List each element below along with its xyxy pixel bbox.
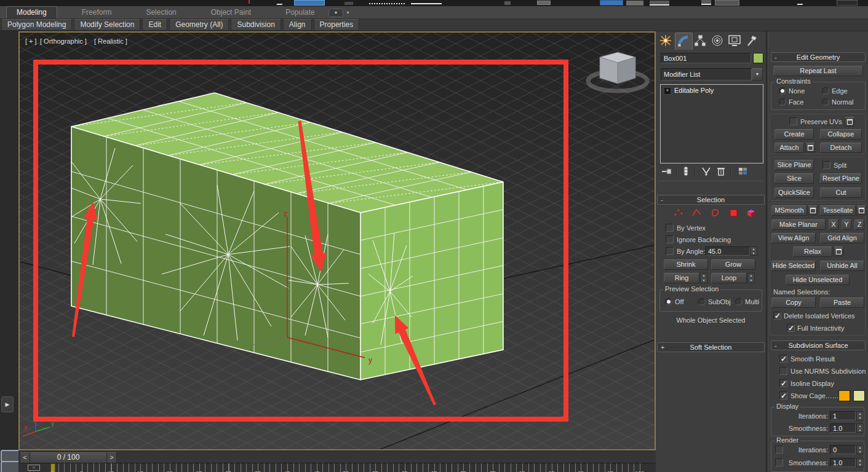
render-smoothness-spinner[interactable]: ▲▼	[856, 458, 864, 467]
ignore-backfacing-checkbox[interactable]	[666, 235, 674, 243]
ribbon-minimize-button[interactable]: ▼	[328, 9, 343, 17]
ribbon-tab[interactable]: Object Paint	[201, 7, 261, 18]
show-end-result-icon[interactable]	[682, 166, 690, 176]
make-planar-button[interactable]: Make Planar	[771, 219, 826, 230]
by-angle-field[interactable]: 45.0	[705, 246, 750, 256]
display-iterations-spinner[interactable]: ▲▼	[856, 411, 864, 420]
object-color-swatch[interactable]	[753, 53, 763, 63]
selection-rollout-header[interactable]: -Selection	[657, 195, 765, 205]
edge-mode-icon[interactable]	[691, 208, 703, 218]
previous-frame-button[interactable]: <	[20, 452, 30, 463]
smooth-result-checkbox[interactable]	[779, 355, 787, 363]
paste-button[interactable]: Paste	[820, 297, 864, 308]
tab-display[interactable]	[727, 33, 743, 49]
make-planar-x-button[interactable]: X	[829, 219, 838, 230]
grid-align-button[interactable]: Grid Align	[820, 233, 864, 243]
configure-modifier-sets-icon[interactable]	[738, 166, 749, 176]
make-unique-icon[interactable]	[701, 166, 712, 176]
time-slider-thumb[interactable]: 0 / 100	[30, 452, 107, 463]
preview-subobj-radio[interactable]	[698, 298, 706, 305]
edit-geometry-rollout-header[interactable]: -Edit Geometry	[771, 52, 866, 62]
hide-unselected-button[interactable]: Hide Unselected	[786, 275, 850, 285]
make-planar-z-button[interactable]: Z	[854, 219, 864, 230]
ribbon-tab[interactable]: Freeform	[72, 7, 122, 18]
ribbon-tab[interactable]: Selection	[136, 7, 186, 18]
constraint-edge-radio[interactable]	[822, 87, 829, 95]
viewport-pov-menu[interactable]: [ Orthographic ]	[40, 37, 87, 45]
ribbon-panel-button[interactable]: Properties	[314, 19, 360, 31]
relax-settings-button[interactable]	[834, 246, 843, 256]
msmooth-button[interactable]: MSmooth	[771, 205, 807, 216]
isoline-display-checkbox[interactable]	[779, 379, 787, 387]
modifier-list-arrow[interactable]: ▼	[752, 68, 763, 81]
ring-spinner[interactable]: ▲▼	[700, 273, 707, 283]
display-iterations-field[interactable]: 1	[830, 411, 856, 420]
reset-plane-button[interactable]: Reset Plane	[820, 173, 862, 184]
expand-flyout-button[interactable]: ▶	[1, 396, 14, 412]
border-mode-icon[interactable]	[710, 208, 721, 218]
create-button[interactable]: Create	[774, 129, 814, 140]
ribbon-panel-button[interactable]: Polygon Modeling	[1, 19, 72, 31]
quickslice-button[interactable]: QuickSlice	[774, 187, 814, 198]
render-iterations-spinner[interactable]: ▲▼	[856, 445, 864, 454]
cage-selected-color-swatch[interactable]	[853, 390, 865, 401]
ribbon-panel-button[interactable]: Edit	[142, 19, 167, 31]
element-mode-icon[interactable]	[746, 208, 758, 218]
constraint-face-radio[interactable]	[779, 98, 786, 106]
attach-settings-button[interactable]	[805, 143, 815, 152]
hide-selected-button[interactable]: Hide Selected	[771, 261, 816, 271]
next-frame-button[interactable]: >	[106, 452, 117, 463]
mini-listener-macro-line[interactable]	[1, 450, 20, 462]
modifier-stack[interactable]: + Editable Poly	[660, 84, 763, 163]
vertex-mode-icon[interactable]	[673, 208, 684, 218]
soft-selection-rollout-header[interactable]: +Soft Selection	[657, 342, 765, 352]
preserve-uvs-settings-button[interactable]	[845, 117, 854, 127]
constraint-normal-radio[interactable]	[822, 98, 829, 106]
make-planar-y-button[interactable]: Y	[842, 219, 851, 230]
shrink-button[interactable]: Shrink	[664, 259, 708, 270]
ribbon-panel-button[interactable]: Subdivision	[231, 19, 281, 31]
preview-multi-radio[interactable]	[735, 298, 743, 305]
show-cage-checkbox[interactable]	[779, 391, 787, 399]
cut-button[interactable]: Cut	[820, 187, 862, 198]
render-iterations-field[interactable]: 0	[830, 445, 856, 454]
by-angle-checkbox[interactable]	[666, 247, 674, 255]
modifier-list-dropdown[interactable]: Modifier List	[661, 68, 752, 81]
preserve-uvs-checkbox[interactable]	[789, 117, 797, 125]
tessellate-settings-button[interactable]	[856, 205, 866, 215]
tessellate-button[interactable]: Tessellate	[820, 205, 856, 216]
repeat-last-button[interactable]: Repeat Last	[773, 66, 863, 76]
remove-modifier-icon[interactable]	[717, 166, 725, 176]
loop-spinner[interactable]: ▲▼	[747, 273, 755, 283]
stack-item-editable-poly[interactable]: + Editable Poly	[661, 85, 763, 96]
detach-button[interactable]: Detach	[820, 143, 862, 153]
viewport[interactable]: z y x y	[18, 31, 656, 450]
tab-create[interactable]	[658, 33, 674, 49]
viewport-general-menu[interactable]: [ + ]	[25, 37, 37, 45]
preview-off-radio[interactable]	[665, 298, 672, 305]
by-angle-spinner[interactable]: ▲▼	[750, 246, 757, 256]
full-interactivity-checkbox[interactable]	[787, 324, 795, 332]
attach-button[interactable]: Attach	[774, 143, 804, 153]
pin-stack-icon[interactable]	[661, 166, 672, 176]
constraint-none-radio[interactable]	[779, 87, 786, 95]
ribbon-panel-button[interactable]: Align	[283, 19, 312, 31]
mini-listener-script-line[interactable]	[1, 461, 20, 472]
loop-button[interactable]: Loop	[711, 273, 747, 283]
ribbon-panel-button[interactable]: Modify Selection	[74, 19, 140, 31]
copy-button[interactable]: Copy	[771, 297, 816, 308]
msmooth-settings-button[interactable]	[808, 205, 818, 215]
tab-modify[interactable]	[675, 33, 693, 50]
ribbon-tab[interactable]: Populate	[276, 7, 324, 18]
maxscript-mini-listener[interactable]	[0, 449, 18, 472]
tab-motion[interactable]	[709, 33, 726, 49]
delete-isolated-vertices-checkbox[interactable]	[773, 312, 781, 320]
collapse-button[interactable]: Collapse	[820, 129, 862, 140]
tab-hierarchy[interactable]	[692, 33, 709, 49]
unhide-all-button[interactable]: Unhide All	[820, 261, 864, 271]
track-bar[interactable]: ≈ ↑↓ 05101520253035404550556065707580859…	[18, 463, 656, 472]
relax-button[interactable]: Relax	[793, 246, 832, 257]
ribbon-minimize-dropdown-icon[interactable]: ▼	[346, 10, 350, 15]
stack-item-expand-icon[interactable]: +	[664, 87, 671, 95]
use-nurms-checkbox[interactable]	[779, 367, 787, 375]
